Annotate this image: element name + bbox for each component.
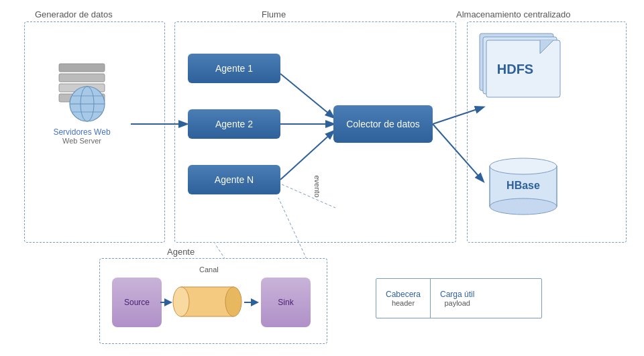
server-area: Servidores Web Web Server [44, 125, 119, 145]
bottom-agent-box: Agente Canal Source [99, 258, 327, 344]
svg-point-30 [225, 287, 241, 316]
event-cell-cabecera: Cabecera header [376, 279, 430, 318]
collector-box: Colector de datos [333, 105, 433, 143]
sink-box: Sink [261, 278, 311, 327]
agenteN-box: Agente N [188, 165, 280, 194]
almacenamiento-box [467, 21, 627, 243]
source-canal-arrow [160, 296, 174, 309]
almacenamiento-label: Almacenamiento centralizado [456, 9, 571, 19]
event-table: Cabecera header Carga útil payload [376, 278, 542, 318]
svg-point-29 [173, 287, 189, 316]
canal-label: Canal [199, 265, 219, 274]
agente2-box: Agente 2 [188, 109, 280, 139]
event-cell-carga: Carga útil payload [431, 279, 484, 318]
server-sub-label: Web Server [44, 137, 119, 145]
canal-svg [170, 282, 244, 323]
generador-label: Generador de datos [35, 9, 113, 19]
evento-label: evento [313, 175, 321, 197]
canal-sink-arrow [244, 296, 260, 309]
server-main-label: Servidores Web [44, 127, 119, 137]
source-box: Source [112, 278, 162, 327]
agente1-box: Agente 1 [188, 54, 280, 83]
flume-label: Flume [262, 9, 286, 19]
diagram-container: Generador de datos Flume Almacenamiento … [0, 0, 644, 356]
agente-section-label: Agente [167, 247, 195, 257]
